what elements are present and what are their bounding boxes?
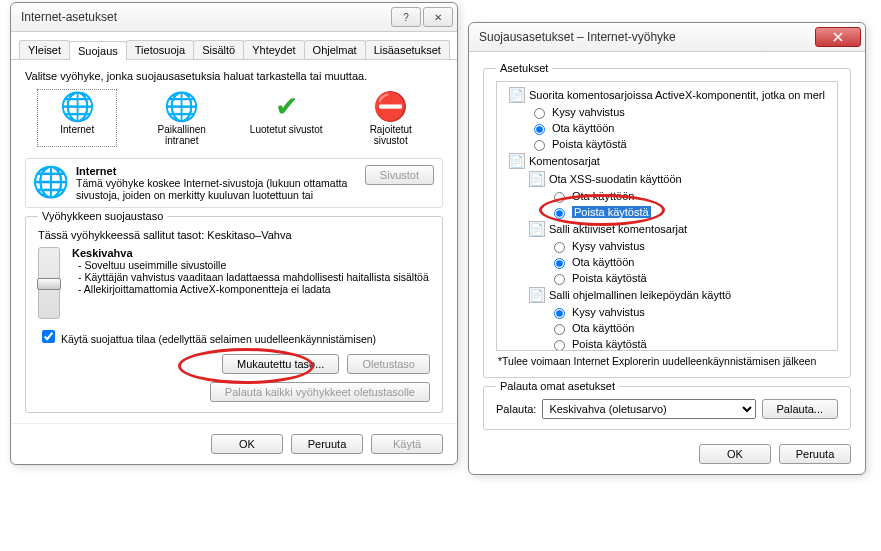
tree-group-item: 📄Salli ohjelmallinen leikepöydän käyttö [501,286,833,304]
sites-button[interactable]: Sivustot [365,165,434,185]
level-name: Keskivahva [72,247,133,259]
tree-radio-item[interactable]: Ota käyttöön [501,120,833,136]
tree-item-label: Ota käyttöön [552,122,614,134]
tree-radio-item[interactable]: Poista käytöstä [501,136,833,152]
no-entry-icon: ⛔ [375,90,407,122]
internet-options-dialog: Internet-asetukset ? ✕ Yleiset Suojaus T… [10,2,458,465]
tree-group-item: 📄Salli aktiiviset komentosarjat [501,220,833,238]
tree-radio-item[interactable]: Poista käytöstä [501,204,833,220]
tree-item-label: Kysy vahvistus [572,240,645,252]
security-level-group: Vyöhykkeen suojaustaso Tässä vyöhykkeess… [25,216,443,413]
tree-item-label: Ota XSS-suodatin käyttöön [549,173,682,185]
setting-radio[interactable] [534,140,545,151]
zone-list: 🌐 Internet 🌐 Paikallinen intranet ✔ Luot… [25,90,443,146]
tree-radio-item[interactable]: Ota käyttöön [501,188,833,204]
zone-info-box: 🌐 Internet Tämä vyöhyke koskee Internet-… [25,158,443,208]
reset-label: Palauta: [496,403,536,415]
globe-icon: 🌐 [61,90,93,122]
tab-advanced[interactable]: Lisäasetukset [365,40,450,59]
ok-button[interactable]: OK [211,434,283,454]
reset-legend: Palauta omat asetukset [496,380,619,392]
tree-item-label: Poista käytöstä [572,338,647,350]
reset-level-combo[interactable]: Keskivahva (oletusarvo) [542,399,755,419]
help-button[interactable]: ? [391,7,421,27]
zone-label: Paikallinen intranet [143,124,221,146]
script-icon: 📄 [529,171,545,187]
reset-group: Palauta omat asetukset Palauta: Keskivah… [483,386,851,430]
zone-internet[interactable]: 🌐 Internet [38,90,116,146]
security-settings-dialog: Suojausasetukset – Internet-vyöhyke Aset… [468,22,866,475]
zone-intro-text: Valitse vyöhyke, jonka suojausasetuksia … [25,70,443,82]
default-level-button[interactable]: Oletustaso [347,354,430,374]
apply-button[interactable]: Käytä [371,434,443,454]
setting-radio[interactable] [554,208,565,219]
tree-item-label: Poista käytöstä [572,272,647,284]
zone-label: Internet [60,124,94,135]
settings-group: Asetukset 📄Suorita komentosarjoissa Acti… [483,68,851,378]
tab-general[interactable]: Yleiset [19,40,70,59]
zone-trusted[interactable]: ✔ Luotetut sivustot [247,90,325,146]
settings-tree[interactable]: 📄Suorita komentosarjoissa ActiveX-kompon… [496,81,838,351]
tree-group-item: 📄Ota XSS-suodatin käyttöön [501,170,833,188]
zone-intranet[interactable]: 🌐 Paikallinen intranet [143,90,221,146]
restart-footnote: *Tulee voimaan Internet Explorerin uudel… [496,351,838,371]
tree-radio-item[interactable]: Ota käyttöön [501,254,833,270]
titlebar: Internet-asetukset ? ✕ [11,3,457,32]
tree-item-label: Poista käytöstä [552,138,627,150]
tree-radio-item[interactable]: Ota käyttöön [501,320,833,336]
tab-content[interactable]: Sisältö [193,40,244,59]
setting-radio[interactable] [554,258,565,269]
ok-button[interactable]: OK [699,444,771,464]
close-button[interactable] [815,27,861,47]
script-icon: 📄 [509,153,525,169]
tree-item-label: Kysy vahvistus [552,106,625,118]
tab-security[interactable]: Suojaus [69,41,127,60]
globe-icon: 🌐 [34,165,66,197]
tree-radio-item[interactable]: Poista käytöstä [501,270,833,286]
security-slider[interactable] [38,247,60,319]
cancel-button[interactable]: Peruuta [291,434,363,454]
cancel-button[interactable]: Peruuta [779,444,851,464]
protected-mode-checkbox[interactable] [42,330,55,343]
tree-item-label: Ota käyttöön [572,256,634,268]
tree-radio-item[interactable]: Kysy vahvistus [501,238,833,254]
reset-button[interactable]: Palauta... [762,399,838,419]
tree-item-label: Salli aktiiviset komentosarjat [549,223,687,235]
setting-radio[interactable] [554,308,565,319]
level-bullet: - Soveltuu useimmille sivustoille [78,259,429,271]
dialog-title: Suojausasetukset – Internet-vyöhyke [479,30,676,44]
dialog-title: Internet-asetukset [21,10,117,24]
tree-group-item: 📄Suorita komentosarjoissa ActiveX-kompon… [501,86,833,104]
setting-radio[interactable] [554,192,565,203]
setting-radio[interactable] [554,274,565,285]
setting-radio[interactable] [534,108,545,119]
script-icon: 📄 [529,287,545,303]
tree-radio-item[interactable]: Kysy vahvistus [501,104,833,120]
zone-label: Rajoitetut sivustot [352,124,430,146]
script-icon: 📄 [529,221,545,237]
tab-strip: Yleiset Suojaus Tietosuoja Sisältö Yhtey… [11,32,457,60]
tree-radio-item[interactable]: Poista käytöstä [501,336,833,351]
level-bullet: - Käyttäjän vahvistus vaaditaan ladattae… [78,271,429,283]
zone-restricted[interactable]: ⛔ Rajoitetut sivustot [352,90,430,146]
tree-item-label: Poista käytöstä [572,206,651,218]
tab-programs[interactable]: Ohjelmat [304,40,366,59]
tab-privacy[interactable]: Tietosuoja [126,40,194,59]
setting-radio[interactable] [554,340,565,351]
setting-radio[interactable] [554,242,565,253]
setting-radio[interactable] [554,324,565,335]
titlebar: Suojausasetukset – Internet-vyöhyke [469,23,865,52]
tree-radio-item[interactable]: Kysy vahvistus [501,304,833,320]
zone-label: Luotetut sivustot [250,124,323,135]
tab-connections[interactable]: Yhteydet [243,40,304,59]
setting-radio[interactable] [534,124,545,135]
tree-item-label: Salli ohjelmallinen leikepöydän käyttö [549,289,731,301]
protected-mode-label: Käytä suojattua tilaa (edellyttää selaim… [61,333,376,345]
slider-thumb[interactable] [37,278,61,290]
close-button[interactable]: ✕ [423,7,453,27]
zone-info-desc: Tämä vyöhyke koskee Internet-sivustoja (… [76,177,347,201]
reset-all-zones-button[interactable]: Palauta kaikki vyöhykkeet oletustasolle [210,382,430,402]
custom-level-button[interactable]: Mukautettu taso... [222,354,339,374]
tree-item-label: Kysy vahvistus [572,306,645,318]
globe-monitor-icon: 🌐 [166,90,198,122]
